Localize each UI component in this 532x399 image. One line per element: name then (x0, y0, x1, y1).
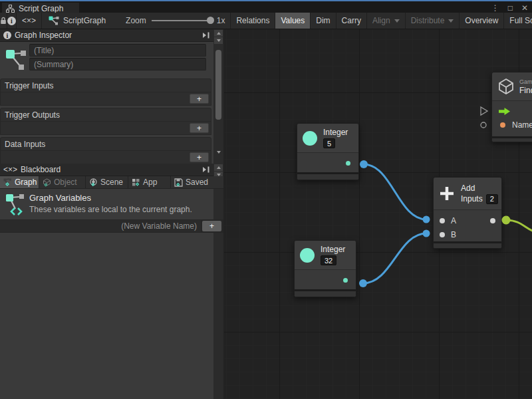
add-variable-button[interactable]: + (202, 221, 221, 231)
scroll-down-button[interactable] (214, 37, 223, 44)
blackboard-scrollbar[interactable] (213, 164, 223, 399)
scroll-down-button[interactable] (214, 149, 223, 156)
lock-button[interactable] (0, 13, 7, 29)
integer-value-input[interactable]: 32 (321, 255, 336, 265)
button-label: Carry (342, 16, 361, 25)
tab-label: Scene (100, 178, 123, 187)
trigger-inputs-label: Trigger Inputs (1, 79, 211, 92)
toolbar-button-align[interactable]: Align (367, 13, 406, 29)
graph-summary-placeholder: (Summary) (34, 60, 73, 69)
graph-variables-title: Graph Variables (29, 193, 91, 203)
scroll-up-button[interactable] (214, 30, 223, 37)
inspector-scrollbar[interactable] (213, 29, 223, 164)
node-integer-32[interactable]: Integer 32 (294, 240, 356, 297)
node-header: Add Inputs 2 (434, 178, 501, 210)
app-icon (132, 178, 140, 187)
tab-label: App (143, 178, 157, 187)
graph-inspector-title: Graph Inspector (15, 31, 72, 40)
new-variable-input[interactable]: (New Variable Name) (0, 220, 201, 232)
button-label: Dim (316, 16, 330, 25)
sidebar: i Graph Inspector (Title) (Summary) Trig… (0, 29, 223, 399)
data-inputs-section: Data Inputs + (0, 137, 211, 164)
blackboard-icon: <×> (3, 165, 17, 174)
node-title: Find (519, 86, 532, 95)
toolbar-button-overview[interactable]: Overview (460, 13, 504, 29)
chevron-down-icon (448, 19, 454, 23)
name-input-port[interactable] (500, 122, 505, 128)
inspector-toggle-button[interactable]: i (7, 13, 17, 29)
tab-scene[interactable]: Scene (86, 176, 128, 188)
add-data-input-button[interactable]: + (190, 152, 209, 162)
node-add[interactable]: Add Inputs 2 A B (433, 177, 502, 249)
input-port-a[interactable] (440, 218, 445, 223)
tab-saved[interactable]: Saved (171, 176, 219, 188)
triangle-down-icon (217, 39, 221, 42)
wire-endpoint[interactable] (423, 230, 430, 237)
data-inputs-list: + (1, 150, 211, 164)
zoom-slider-handle[interactable] (207, 17, 214, 24)
window-tab-label: Script Graph (19, 4, 63, 13)
add-trigger-input-button[interactable]: + (190, 94, 209, 104)
graph-variables-icon (5, 193, 27, 217)
window-menu-icon[interactable]: ⋮ (491, 3, 499, 13)
output-port[interactable] (490, 218, 495, 223)
scroll-up-button[interactable] (214, 164, 223, 171)
toolbar-button-fullscreen[interactable]: Full Screen (504, 13, 532, 29)
graph-title-placeholder: (Title) (34, 46, 54, 55)
node-header: Integer 5 (297, 124, 358, 153)
port-row-b: B (434, 227, 501, 241)
output-port[interactable] (346, 161, 350, 166)
window-close-icon[interactable]: ✕ (521, 3, 528, 13)
node-integer-5[interactable]: Integer 5 (297, 123, 359, 180)
zoom-slider[interactable] (152, 20, 211, 21)
tab-object[interactable]: Object (39, 176, 86, 188)
tab-label: Saved (186, 178, 208, 187)
info-icon: i (3, 31, 11, 39)
toolbar-button-dim[interactable]: Dim (311, 13, 336, 29)
zoom-label: Zoom (126, 16, 146, 25)
window-maximize-icon[interactable]: □ (508, 3, 513, 13)
tab-graph[interactable]: Graph (0, 176, 39, 188)
trigger-inputs-section: Trigger Inputs + (0, 78, 211, 106)
unconnected-data-port-circle-icon[interactable] (481, 122, 486, 128)
wire-endpoint[interactable] (359, 279, 367, 287)
flow-input-port-arrow-icon[interactable] (499, 108, 510, 115)
integer-type-icon (303, 131, 317, 146)
wire-integer32-to-add-b[interactable] (363, 233, 426, 283)
port-label-b: B (451, 230, 456, 239)
toolbar-button-values[interactable]: Values (275, 13, 311, 29)
tab-label: Object (54, 178, 77, 187)
unconnected-flow-port-triangle-icon[interactable] (481, 107, 487, 115)
dock-panel-button[interactable] (202, 166, 210, 173)
graph-summary-input[interactable]: (Summary) (29, 58, 206, 70)
inputs-count-input[interactable]: 2 (486, 194, 498, 204)
output-port[interactable] (343, 278, 348, 283)
blackboard-toggle-button[interactable]: <×> (17, 13, 42, 29)
integer-value-input[interactable]: 5 (323, 138, 335, 148)
toolbar-button-relations[interactable]: Relations (231, 13, 275, 29)
wire-integer5-to-add-a[interactable] (364, 164, 426, 219)
graph-title-input[interactable]: (Title) (29, 44, 206, 57)
wire-add-output[interactable] (506, 220, 532, 231)
node-gameobject-find[interactable]: Game Object Find Name (491, 72, 532, 142)
node-title: Integer (323, 128, 348, 137)
toolbar-button-carry[interactable]: Carry (336, 13, 367, 29)
data-inputs-label: Data Inputs (1, 138, 211, 150)
blackboard-toggle-icon: <×> (22, 16, 36, 25)
wire-endpoint[interactable] (423, 216, 430, 223)
blackboard-header: <×> Blackboard (0, 164, 213, 176)
tab-app[interactable]: App (128, 176, 171, 188)
toolbar-button-distribute[interactable]: Distribute (406, 13, 460, 29)
add-trigger-output-button[interactable]: + (190, 123, 209, 133)
graph-canvas[interactable]: Integer 5 Integer 32 Add (224, 29, 532, 399)
node-body: Name (492, 101, 532, 136)
graph-breadcrumb[interactable]: ScriptGraph (42, 13, 111, 29)
node-title: Add (461, 184, 498, 193)
scrollbar-thumb[interactable] (215, 50, 221, 120)
wire-endpoint[interactable] (502, 216, 511, 225)
new-variable-placeholder: (New Variable Name) (121, 221, 197, 231)
wire-endpoint[interactable] (360, 160, 368, 168)
dock-panel-button[interactable] (202, 32, 210, 39)
input-port-b[interactable] (440, 232, 445, 237)
node-footer (492, 136, 532, 142)
